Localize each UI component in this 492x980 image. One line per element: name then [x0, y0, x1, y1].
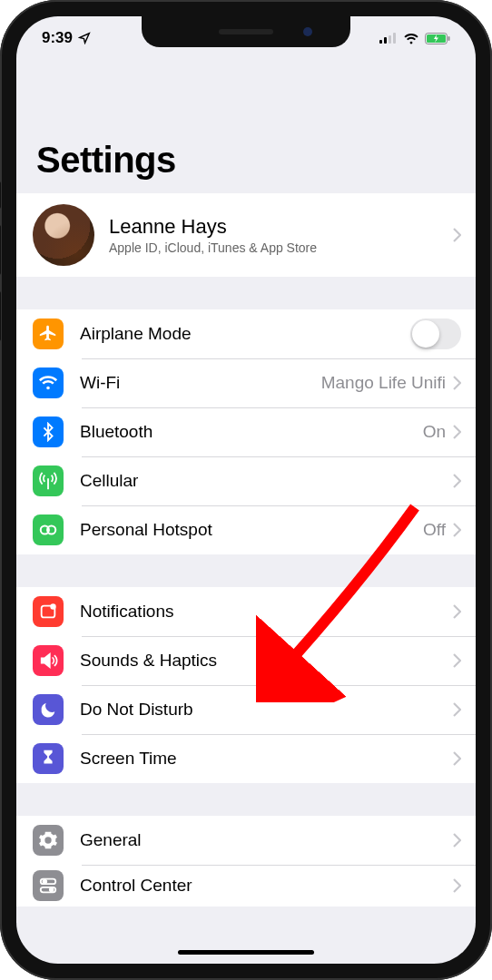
switches-icon: [33, 870, 64, 901]
row-do-not-disturb[interactable]: Do Not Disturb: [16, 685, 476, 734]
row-label: Do Not Disturb: [80, 700, 453, 720]
location-arrow-icon: [78, 32, 91, 44]
row-hotspot[interactable]: Personal Hotspot Off: [16, 505, 476, 554]
svg-rect-0: [379, 40, 382, 44]
hotspot-icon: [33, 514, 64, 545]
row-control-center[interactable]: Control Center: [16, 865, 476, 906]
chevron-right-icon: [453, 653, 461, 668]
bluetooth-icon: [33, 416, 64, 447]
row-airplane[interactable]: Airplane Mode: [16, 309, 476, 358]
page-title: Settings: [16, 60, 476, 193]
battery-charging-icon: [425, 33, 450, 44]
group-profile: Leanne Hays Apple ID, iCloud, iTunes & A…: [16, 193, 476, 277]
wifi-settings-icon: [33, 368, 64, 398]
airplane-icon: [33, 318, 64, 349]
row-value: Mango Life Unifi: [321, 373, 446, 393]
svg-rect-2: [389, 35, 391, 44]
row-general[interactable]: General: [16, 816, 476, 865]
svg-point-12: [44, 880, 47, 884]
chevron-right-icon: [453, 425, 461, 439]
row-value: Off: [423, 520, 446, 540]
phone-frame: 9:39: [0, 0, 492, 980]
chevron-right-icon: [453, 878, 461, 893]
row-screen-time[interactable]: Screen Time: [16, 734, 476, 783]
row-label: Airplane Mode: [80, 324, 410, 344]
cell-signal-icon: [379, 33, 398, 44]
chevron-right-icon: [453, 523, 461, 537]
row-label: Bluetooth: [80, 422, 423, 442]
row-label: Control Center: [80, 876, 453, 896]
chevron-right-icon: [453, 228, 461, 242]
chevron-right-icon: [453, 702, 461, 717]
profile-name: Leanne Hays: [109, 215, 453, 239]
row-cellular[interactable]: Cellular: [16, 456, 476, 505]
svg-rect-3: [393, 33, 396, 44]
airplane-toggle[interactable]: [410, 318, 461, 349]
svg-point-10: [50, 603, 55, 609]
row-label: Notifications: [80, 602, 453, 622]
row-label: Cellular: [80, 471, 453, 491]
row-profile[interactable]: Leanne Hays Apple ID, iCloud, iTunes & A…: [16, 193, 476, 277]
hourglass-icon: [33, 743, 64, 774]
group-general: General Control Center: [16, 816, 476, 906]
chevron-right-icon: [453, 751, 461, 766]
home-indicator[interactable]: [178, 950, 314, 955]
row-label: Sounds & Haptics: [80, 651, 453, 671]
speaker-icon: [33, 645, 64, 676]
svg-point-14: [50, 888, 54, 892]
chevron-right-icon: [453, 376, 461, 390]
status-time: 9:39: [42, 29, 73, 47]
avatar: [33, 204, 94, 266]
chevron-right-icon: [453, 474, 461, 488]
profile-subtitle: Apple ID, iCloud, iTunes & App Store: [109, 240, 453, 255]
wifi-icon: [403, 33, 419, 44]
gear-icon: [33, 825, 64, 856]
svg-rect-6: [448, 36, 450, 41]
group-connectivity: Airplane Mode Wi-Fi Mango Life Unifi Blu…: [16, 309, 476, 554]
row-value: On: [423, 422, 446, 442]
row-label: Screen Time: [80, 749, 453, 769]
notification-icon: [33, 596, 64, 627]
screen: 9:39: [16, 16, 476, 964]
row-sounds-haptics[interactable]: Sounds & Haptics: [16, 636, 476, 685]
chevron-right-icon: [453, 604, 461, 619]
svg-rect-1: [384, 37, 387, 44]
row-label: Personal Hotspot: [80, 520, 423, 540]
antenna-icon: [33, 466, 64, 496]
row-label: General: [80, 830, 453, 850]
group-notifications: Notifications Sounds & Haptics Do Not Di…: [16, 587, 476, 783]
chevron-right-icon: [453, 833, 461, 848]
row-notifications[interactable]: Notifications: [16, 587, 476, 636]
row-bluetooth[interactable]: Bluetooth On: [16, 407, 476, 456]
row-wifi[interactable]: Wi-Fi Mango Life Unifi: [16, 358, 476, 407]
row-label: Wi-Fi: [80, 373, 321, 393]
moon-icon: [33, 694, 64, 725]
notch: [142, 16, 350, 47]
